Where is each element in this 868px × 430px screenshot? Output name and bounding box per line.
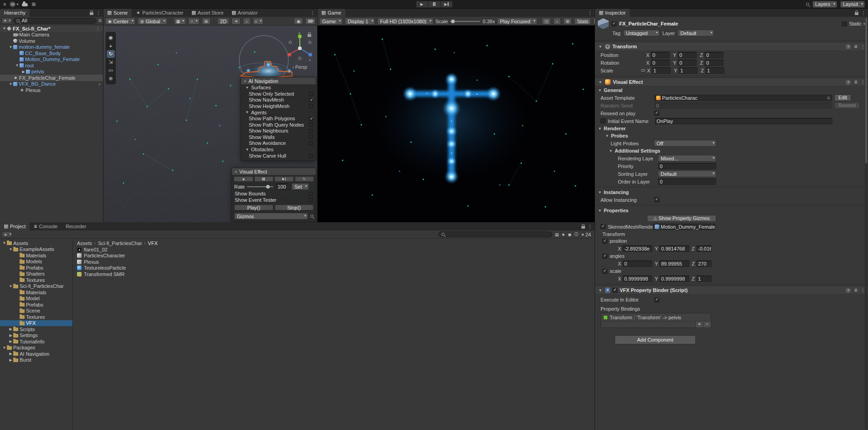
initial-event-checkbox[interactable] (601, 118, 606, 123)
tree-item[interactable]: Models (0, 259, 72, 265)
breadcrumb-assets[interactable]: Assets (77, 241, 92, 246)
snap-increment-toggle[interactable]: ⊞ (202, 18, 211, 25)
effects-dropdown[interactable]: ◐ (253, 18, 263, 25)
skinned-mesh-checkbox[interactable] (601, 224, 606, 229)
tree-item[interactable]: Scene (0, 308, 72, 314)
checkbox[interactable] (309, 135, 313, 139)
toggle-row[interactable]: Show Only Selected (241, 91, 316, 97)
prop-angles-z-field[interactable]: 270 (696, 261, 712, 267)
stats-toggle[interactable]: Stats (574, 18, 591, 25)
rate-slider[interactable] (247, 186, 273, 187)
transform-component-header[interactable]: ▼ + Transform ? ≣ ⋮ (595, 42, 868, 51)
lock-icon[interactable] (855, 12, 858, 15)
foldout-agents[interactable]: ▼Agents (241, 109, 316, 116)
vfx-property-binder-header[interactable]: ▼ # VFX Property Binder (Script) ? ≣ ⋮ (595, 286, 868, 295)
tag-dropdown[interactable]: Untagged (623, 30, 660, 36)
hierarchy-item-selected[interactable]: ∗ FX_ParticleChar_Female (0, 75, 103, 81)
pause-button[interactable] (428, 1, 440, 8)
active-checkbox[interactable] (611, 21, 616, 26)
toggle-row[interactable]: Show Walls (241, 134, 316, 140)
create-dropdown[interactable]: + (2, 231, 12, 237)
visual-effect-component-header[interactable]: ▼ Visual Effect ? ≣ ⋮ (595, 77, 868, 87)
asset-item[interactable]: flare01_02 (73, 246, 595, 253)
focus-mode-dropdown[interactable]: Play Focused (497, 18, 537, 25)
toggle-row[interactable]: Show NavMesh (241, 97, 316, 103)
foldout-additional-settings[interactable]: ▼Additional Settings (595, 147, 868, 154)
orientation-gizmo[interactable]: y z (284, 30, 316, 66)
slider-thumb[interactable] (266, 185, 270, 189)
foldout-general[interactable]: ▼General (595, 87, 868, 94)
foldout-properties[interactable]: ▼Properties (595, 207, 868, 214)
asset-item[interactable]: TexturelessParticle (73, 265, 595, 271)
tree-item[interactable]: Textures (0, 314, 72, 320)
layout-dropdown[interactable]: Layout (840, 1, 865, 8)
foldout-icon[interactable]: ▶ (21, 70, 26, 74)
tree-item[interactable]: Materials (0, 252, 72, 259)
vfx-stop-button[interactable]: ■ (234, 176, 253, 182)
scale-x-field[interactable]: 1 (652, 67, 671, 74)
remove-binding-button[interactable]: − (703, 322, 711, 328)
lock-icon[interactable] (581, 226, 585, 229)
hierarchy-item[interactable]: ▼ motion-dummy_female (0, 44, 103, 51)
rendering-layer-dropdown[interactable]: Mixed... (658, 155, 716, 162)
services-grid-icon[interactable]: ⊞ (31, 0, 36, 9)
scale-tool[interactable]: ⇲ (107, 58, 115, 66)
hierarchy-search-input[interactable]: All (13, 18, 97, 24)
projection-label[interactable]: ‹ Persp (282, 65, 317, 70)
audio-toggle[interactable]: ♪ (243, 18, 251, 25)
checkbox[interactable] (309, 141, 313, 145)
allow-instancing-checkbox[interactable] (654, 197, 659, 202)
move-tool[interactable]: + (107, 42, 115, 50)
project-search-input[interactable] (438, 231, 552, 237)
toggle-row[interactable]: Show Avoidance (241, 140, 316, 147)
hierarchy-item[interactable]: CC_Base_Body (0, 50, 103, 56)
object-picker-icon[interactable]: ⊙ (827, 96, 830, 100)
reseed-on-play-checkbox[interactable] (654, 111, 659, 116)
show-bounds-row[interactable]: Show Bounds (232, 190, 316, 197)
checkbox[interactable] (309, 154, 313, 158)
hierarchy-item[interactable]: ▶ pelvis (0, 69, 103, 75)
checkbox[interactable] (309, 123, 313, 127)
order-in-layer-field[interactable]: 0 (658, 179, 716, 185)
vfx-pause-button[interactable] (254, 176, 274, 182)
asset-item[interactable]: ParticlesCharacter (73, 253, 595, 259)
kebab-icon[interactable]: ⋮ (310, 10, 315, 15)
hierarchy-item[interactable]: Motion_Dummy_Female (0, 56, 103, 63)
position-x-field[interactable]: 0 (651, 52, 670, 58)
orientation-dropdown[interactable]: ◍Global (138, 18, 167, 25)
slider-thumb[interactable] (451, 20, 455, 23)
position-y-field[interactable]: 0 (678, 52, 697, 58)
help-icon[interactable]: ? (846, 288, 851, 293)
help-icon[interactable]: ? (846, 44, 851, 49)
priority-field[interactable]: 0 (658, 163, 716, 169)
prop-angles-x-field[interactable]: 0 (622, 261, 652, 267)
asset-template-field[interactable]: ParticlesCharac ⊙ (654, 95, 832, 101)
hierarchy-item[interactable]: Volume (0, 38, 103, 44)
tree-item[interactable]: ▶Burst (0, 357, 72, 363)
asset-item[interactable]: Plexus (73, 259, 595, 265)
tree-item-selected[interactable]: VFX (0, 320, 72, 327)
prop-scale-z-field[interactable]: 1 (696, 276, 712, 282)
prop-scale-y-field[interactable]: 0.9999998 (659, 276, 689, 282)
position-z-field[interactable]: 0 (704, 52, 724, 58)
tree-item[interactable]: ▼ExampleAssets (0, 246, 72, 253)
layer-dropdown[interactable]: Default (678, 30, 714, 36)
checkbox[interactable] (309, 104, 313, 108)
checkbox[interactable] (309, 92, 313, 96)
rect-tool[interactable]: ▭ (107, 67, 115, 74)
scene-picker-icon[interactable]: ⊙ (98, 18, 102, 23)
property-position-row[interactable]: position (595, 237, 868, 245)
kebab-icon[interactable]: ⋮ (861, 10, 866, 15)
set-dropdown[interactable]: Set (292, 183, 309, 190)
foldout-obstacles[interactable]: ▼Obstacles (241, 146, 316, 153)
hierarchy-item-scene[interactable]: ▼ FX_Sci-fi_Char* ⋮ (0, 26, 103, 32)
tree-item[interactable]: ▶TutorialInfo (0, 338, 72, 345)
kebab-icon[interactable]: ⋮ (588, 10, 592, 15)
scene-visibility-toggle[interactable]: ◉ (294, 18, 303, 25)
tree-item[interactable]: ▶AI Navigation (0, 351, 72, 357)
tree-item[interactable]: Textures (0, 277, 72, 283)
view-tool[interactable]: ◉ (107, 34, 115, 41)
capture-toggle[interactable]: ◳ (542, 18, 551, 25)
prop-angles-y-field[interactable]: 89.99955 (659, 261, 689, 267)
add-binding-button[interactable]: + (695, 322, 703, 328)
